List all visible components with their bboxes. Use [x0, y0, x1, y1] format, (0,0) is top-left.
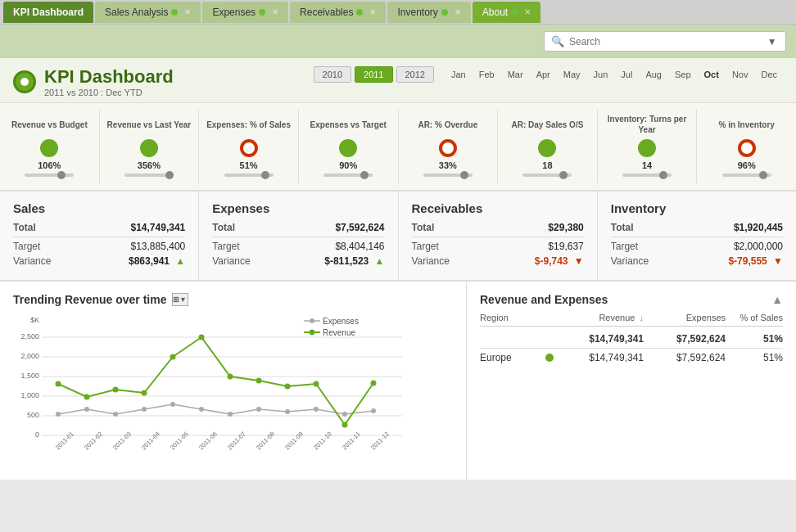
year-2010-button[interactable]: 2010 — [314, 66, 351, 83]
nav-tab-receivables[interactable]: Receivables ✕ — [290, 2, 386, 23]
svg-point-33 — [285, 409, 290, 414]
svg-point-53 — [310, 330, 315, 336]
nav-tab-kpi-label: KPI Dashboard — [13, 7, 84, 18]
kpi-slider-3 — [323, 174, 373, 177]
trending-title: Trending Revenue over time — [13, 293, 167, 306]
total-pct-sales: 51% — [726, 333, 783, 345]
chart-area: $K 2,500 2,000 1,500 1,000 500 0 2011-01… — [13, 313, 453, 468]
nav-tab-inventory-label: Inventory — [397, 7, 437, 18]
nav-close-sales[interactable]: ✕ — [184, 7, 191, 16]
nav-tab-about-label: About — [482, 7, 508, 18]
receivables-total-value: $29,380 — [548, 222, 583, 233]
nav-tab-about[interactable]: About ✕ — [473, 2, 540, 23]
nav-dot-about — [511, 9, 518, 16]
svg-point-42 — [199, 335, 205, 340]
month-nov[interactable]: Nov — [726, 67, 754, 82]
col-header-revenue[interactable]: Revenue ↓ — [562, 313, 644, 322]
svg-point-31 — [228, 412, 233, 417]
svg-text:2011-12: 2011-12 — [369, 431, 391, 452]
nav-tab-expenses[interactable]: Expenses ✕ — [202, 2, 288, 23]
chart-options-icon[interactable]: ⊞▼ — [172, 293, 188, 306]
sales-target-row: Target $13,885,400 — [13, 241, 185, 252]
inventory-target-row: Target $2,000,000 — [611, 241, 783, 252]
nav-close-inventory[interactable]: ✕ — [455, 7, 461, 16]
nav-close-receivables[interactable]: ✕ — [369, 7, 376, 16]
svg-point-44 — [256, 378, 262, 384]
svg-text:500: 500 — [27, 411, 39, 419]
inventory-target-value: $2,000,000 — [734, 241, 783, 252]
nav-close-expenses[interactable]: ✕ — [272, 7, 278, 16]
inventory-total-label: Total — [611, 222, 634, 233]
sales-total-label: Total — [13, 222, 36, 233]
kpi-label-6: Inventory: Turns per Year — [603, 113, 692, 136]
inventory-total-value: $1,920,445 — [734, 222, 783, 233]
receivables-target-label: Target — [412, 241, 439, 252]
search-input[interactable] — [569, 36, 760, 47]
collapse-icon[interactable]: ▲ — [771, 293, 783, 306]
kpi-metrics-row: Revenue vs Budget 106% Revenue vs Last Y… — [0, 103, 796, 192]
total-dot — [545, 333, 562, 345]
kpi-slider-2 — [224, 174, 274, 177]
receivables-total-row: Total $29,380 — [412, 222, 584, 233]
title-text: KPI Dashboard 2011 vs 2010 : Dec YTD — [44, 66, 174, 97]
svg-text:2011-03: 2011-03 — [111, 431, 133, 452]
svg-point-40 — [142, 390, 147, 396]
kpi-label-7: % in Inventory — [702, 113, 791, 136]
svg-point-26 — [84, 407, 89, 412]
search-dropdown-icon[interactable]: ▼ — [765, 36, 779, 47]
inventory-variance-label: Variance — [611, 255, 649, 267]
kpi-slider-4 — [423, 174, 473, 177]
kpi-item-1: Revenue vs Last Year 356% — [100, 110, 200, 183]
nav-tab-expenses-label: Expenses — [212, 7, 256, 18]
nav-tab-inventory[interactable]: Inventory ✕ — [387, 2, 470, 23]
svg-text:1,000: 1,000 — [20, 391, 39, 399]
nav-dot-inventory — [441, 9, 448, 16]
month-apr[interactable]: Apr — [531, 67, 556, 82]
svg-text:2011-01: 2011-01 — [54, 431, 75, 452]
kpi-label-0: Revenue vs Budget — [5, 113, 94, 136]
month-may[interactable]: May — [558, 67, 586, 82]
row-revenue: $14,749,341 — [562, 352, 644, 363]
svg-point-35 — [342, 412, 347, 417]
kpi-label-5: AR: Day Sales O/S — [503, 113, 592, 136]
kpi-value-2: 51% — [204, 160, 293, 170]
search-area: 🔍 ▼ — [0, 25, 796, 58]
svg-point-29 — [170, 402, 175, 407]
expenses-target-value: $8,404,146 — [335, 241, 384, 252]
inventory-total-row: Total $1,920,445 — [611, 222, 783, 233]
nav-close-about[interactable]: ✕ — [524, 7, 531, 16]
logo-inner-circle — [20, 78, 29, 86]
nav-dot-expenses — [259, 9, 265, 16]
month-jan[interactable]: Jan — [445, 67, 472, 82]
expenses-total-label: Total — [212, 222, 235, 233]
kpi-slider-handle-4 — [460, 171, 468, 179]
col-header-dot — [545, 313, 562, 322]
year-2011-button[interactable]: 2011 — [355, 66, 392, 83]
trending-svg: $K 2,500 2,000 1,500 1,000 500 0 2011-01… — [13, 313, 431, 476]
month-feb[interactable]: Feb — [473, 67, 500, 82]
month-aug[interactable]: Aug — [640, 67, 667, 82]
expenses-total-value: $7,592,624 — [335, 222, 384, 233]
sales-variance-row: Variance $863,941 ▲ — [13, 255, 185, 267]
year-selector: 2010 2011 2012 — [314, 66, 434, 83]
kpi-red-dot-4 — [439, 139, 457, 157]
svg-text:1,500: 1,500 — [20, 372, 39, 380]
kpi-slider-handle-0 — [57, 171, 66, 179]
year-2012-button[interactable]: 2012 — [396, 66, 434, 83]
kpi-value-0: 106% — [5, 160, 94, 170]
month-jun[interactable]: Jun — [588, 67, 614, 82]
month-sep[interactable]: Sep — [669, 67, 697, 82]
nav-tab-sales-analysis[interactable]: Sales Analysis ✕ — [95, 2, 201, 23]
expenses-panel: Expenses Total $7,592,624 Target $8,404,… — [199, 192, 398, 280]
inventory-panel: Inventory Total $1,920,445 Target $2,000… — [598, 192, 796, 280]
nav-tab-kpi-dashboard[interactable]: KPI Dashboard — [3, 2, 93, 23]
svg-text:$K: $K — [30, 316, 39, 324]
receivables-variance-row: Variance $-9,743 ▼ — [412, 255, 584, 267]
month-oct[interactable]: Oct — [699, 67, 725, 82]
month-jul[interactable]: Jul — [615, 67, 638, 82]
kpi-slider-5 — [522, 174, 572, 177]
sales-variance-up-icon: ▲ — [175, 255, 185, 267]
month-dec[interactable]: Dec — [755, 67, 783, 82]
month-mar[interactable]: Mar — [502, 67, 529, 82]
expenses-variance-label: Variance — [212, 255, 250, 267]
